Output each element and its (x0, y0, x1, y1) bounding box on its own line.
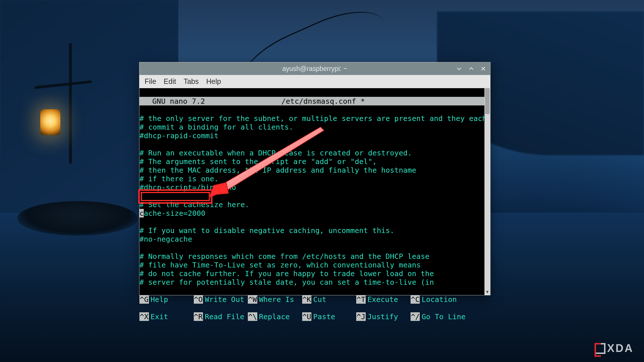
svg-marker-3 (209, 182, 229, 198)
xda-watermark-text: XDA (607, 342, 634, 355)
minimize-icon[interactable] (455, 65, 463, 73)
nano-app-name: GNU nano 7.2 (139, 97, 208, 105)
menu-help[interactable]: Help (204, 76, 223, 87)
nano-header: GNU nano 7.2/etc/dnsmasq.conf * (139, 97, 484, 105)
menu-tabs[interactable]: Tabs (182, 76, 200, 87)
blank-line (139, 286, 144, 295)
bg-lantern (40, 109, 60, 135)
scrollbar-thumb[interactable] (485, 88, 490, 114)
nano-file-path: /etc/dnsmasq.conf * (281, 97, 365, 105)
conf-line: # If you want to disable negative cachin… (139, 226, 394, 235)
nano-help-row-2: ^XExit^RRead File^\Replace^UPaste^JJusti… (139, 312, 484, 321)
menu-file[interactable]: File (143, 76, 158, 87)
annotation-arrow-icon (206, 126, 326, 200)
terminal-window: ayush@raspberrypi: ~ File Edit Tabs Help… (139, 62, 490, 295)
xda-watermark: XDA (595, 342, 634, 355)
conf-line: # server for potentially stale date, you… (139, 278, 434, 286)
terminal-scrollbar[interactable]: ▾ (484, 88, 490, 295)
conf-line: #no-negcache (139, 235, 192, 243)
window-title: ayush@raspberrypi: ~ (139, 65, 490, 73)
cache-size-line: cache-size=2000 (139, 209, 205, 217)
conf-line: # file have Time-To-Live set as zero, wh… (139, 261, 421, 269)
close-icon[interactable] (479, 65, 487, 73)
nano-help-row-1: ^GHelp^OWrite Out^WWhere Is^KCut^TExecut… (139, 295, 484, 304)
scrollbar-down-icon[interactable]: ▾ (484, 289, 490, 294)
conf-line: # the only server for the subnet, or mul… (139, 114, 487, 123)
desktop-background: ayush@raspberrypi: ~ File Edit Tabs Help… (0, 0, 644, 362)
menu-edit[interactable]: Edit (162, 76, 178, 87)
window-titlebar[interactable]: ayush@raspberrypi: ~ (139, 62, 490, 75)
xda-logo-icon (595, 343, 605, 354)
maximize-icon[interactable] (467, 65, 475, 73)
text-cursor: c (139, 209, 144, 217)
terminal-content[interactable]: GNU nano 7.2/etc/dnsmasq.conf * # the on… (139, 88, 484, 295)
conf-line: # Normally responses which come from /et… (139, 252, 430, 261)
conf-line: # do not cache further. If you are happy… (139, 269, 434, 278)
menubar: File Edit Tabs Help (139, 75, 490, 88)
svg-marker-2 (216, 127, 324, 195)
bg-post (69, 43, 72, 164)
bg-raft (17, 201, 138, 236)
annotation-highlight-inner (141, 192, 210, 201)
